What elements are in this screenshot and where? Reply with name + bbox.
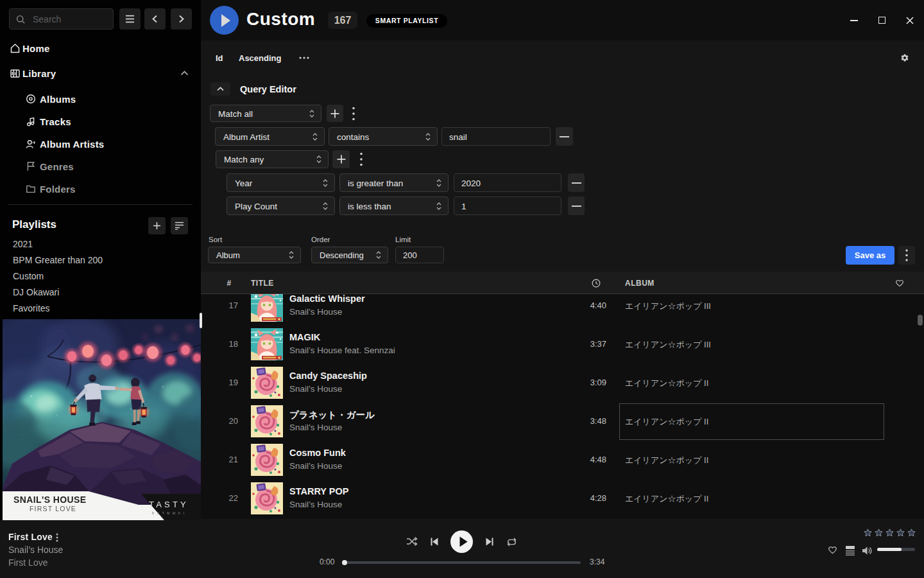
svg-text:BSTMMXI: BSTMMXI: [152, 511, 187, 515]
svg-text:FIRST LOVE: FIRST LOVE: [30, 505, 76, 512]
svg-text:TASTY: TASTY: [149, 500, 189, 509]
svg-text:SNAIL'S HOUSE: SNAIL'S HOUSE: [13, 495, 87, 505]
